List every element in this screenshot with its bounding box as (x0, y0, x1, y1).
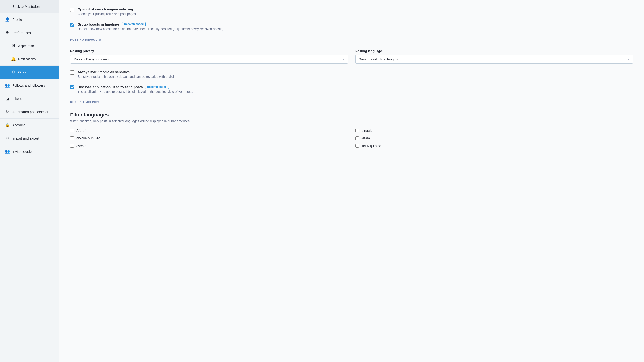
monitor-icon: 🖼 (11, 43, 16, 48)
download-icon: ♲ (5, 136, 10, 141)
language-label[interactable]: аҧсуа бызшəа (76, 136, 100, 140)
posting-defaults-grid: Posting privacy Public - Everyone can se… (70, 49, 633, 64)
back-icon: ‹ (5, 4, 10, 9)
group-boosts-title[interactable]: Group boosts in timelines Recommended (78, 22, 223, 26)
language-checkbox[interactable] (355, 136, 359, 140)
sidebar-item-follows[interactable]: 👥 Follows and followers (0, 79, 59, 92)
disclose-app-label-group: Disclose application used to send posts … (78, 85, 193, 93)
language-item: Afaraf (70, 127, 348, 134)
languages-grid: AfarafLingálaаҧсуа бызшəаພາສາavestalietu… (70, 127, 633, 149)
sidebar-follows-label: Follows and followers (12, 83, 45, 87)
sidebar-filters-label: Filters (12, 97, 22, 100)
group-boosts-badge: Recommended (122, 22, 146, 26)
language-item: Lingála (355, 127, 633, 134)
posting-language-label: Posting language (355, 49, 633, 53)
mark-sensitive-checkbox[interactable] (70, 70, 74, 74)
language-checkbox[interactable] (70, 136, 74, 140)
language-checkbox[interactable] (70, 129, 74, 132)
mark-sensitive-row: Always mark media as sensitive Sensitive… (70, 70, 633, 78)
filter-languages-title: Filter languages (70, 112, 633, 118)
mark-sensitive-title[interactable]: Always mark media as sensitive (78, 70, 175, 74)
disclose-app-title[interactable]: Disclose application used to send posts … (78, 85, 193, 89)
group-boosts-row: Group boosts in timelines Recommended Do… (70, 22, 633, 31)
sidebar-item-other[interactable]: ⚙ Other (0, 66, 59, 79)
posting-language-select[interactable]: Same as interface language (355, 55, 633, 64)
sidebar-item-appearance[interactable]: 🖼 Appearance (0, 39, 59, 52)
sidebar-item-notifications[interactable]: 🔔 Notifications (0, 52, 59, 66)
language-label[interactable]: avesta (76, 144, 86, 148)
language-item: ພາສາ (355, 135, 633, 141)
opt-out-title[interactable]: Opt-out of search engine indexing (78, 7, 136, 11)
invite-icon: 👥 (5, 149, 10, 154)
filter-languages-desc: When checked, only posts in selected lan… (70, 119, 633, 123)
public-timelines-header: PUBLIC TIMELINES (70, 101, 633, 106)
group-boosts-checkbox[interactable] (70, 22, 74, 27)
language-label[interactable]: ພາສາ (362, 136, 370, 140)
sidebar-item-invite[interactable]: 👥 Invite people (0, 145, 59, 158)
bell-icon: 🔔 (11, 56, 16, 61)
follows-icon: 👥 (5, 83, 10, 88)
lock-icon: 🔒 (5, 123, 10, 127)
language-checkbox[interactable] (355, 129, 359, 132)
language-checkbox[interactable] (70, 144, 74, 148)
other-gear-icon: ⚙ (11, 70, 16, 74)
mark-sensitive-label-group: Always mark media as sensitive Sensitive… (78, 70, 175, 78)
posting-privacy-select[interactable]: Public - Everyone can see (70, 55, 348, 64)
language-label[interactable]: Afaraf (76, 129, 86, 132)
sidebar-notifications-label: Notifications (18, 57, 36, 61)
language-item: lietuvių kalba (355, 143, 633, 149)
gear-icon: ⚙ (5, 30, 10, 35)
filter-languages-section: Filter languages When checked, only post… (70, 112, 633, 149)
sidebar-item-import-export[interactable]: ♲ Import and export (0, 132, 59, 145)
sidebar-item-automated[interactable]: ↻ Automated post deletion (0, 105, 59, 118)
opt-out-label-group: Opt-out of search engine indexing Affect… (78, 7, 136, 16)
disclose-app-desc: The application you use to post will be … (78, 90, 193, 93)
language-item: аҧсуа бызшəа (70, 135, 348, 141)
sidebar-item-preferences[interactable]: ⚙ Preferences (0, 26, 59, 39)
disclose-app-row: Disclose application used to send posts … (70, 85, 633, 93)
opt-out-row: Opt-out of search engine indexing Affect… (70, 7, 633, 16)
posting-language-group: Posting language Same as interface langu… (355, 49, 633, 64)
group-boosts-label-group: Group boosts in timelines Recommended Do… (78, 22, 223, 31)
sidebar-item-account[interactable]: 🔒 Account (0, 118, 59, 132)
profile-icon: 👤 (5, 17, 10, 22)
filter-icon: ◢ (5, 96, 10, 101)
refresh-icon: ↻ (5, 109, 10, 114)
sidebar-item-filters[interactable]: ◢ Filters (0, 92, 59, 105)
sidebar: ‹ Back to Mastodon 👤 Profile ⚙ Preferenc… (0, 0, 59, 362)
main-content: Opt-out of search engine indexing Affect… (59, 0, 644, 362)
language-label[interactable]: lietuvių kalba (362, 144, 381, 148)
language-item: avesta (70, 143, 348, 149)
sidebar-import-export-label: Import and export (12, 136, 39, 140)
opt-out-checkbox[interactable] (70, 8, 74, 12)
sidebar-back[interactable]: ‹ Back to Mastodon (0, 0, 59, 13)
mark-sensitive-desc: Sensitive media is hidden by default and… (78, 75, 175, 78)
sidebar-profile-label: Profile (12, 17, 22, 21)
language-checkbox[interactable] (355, 144, 359, 148)
sidebar-back-label: Back to Mastodon (12, 4, 40, 8)
posting-privacy-group: Posting privacy Public - Everyone can se… (70, 49, 348, 64)
sidebar-other-label: Other (18, 70, 26, 74)
posting-defaults-header: POSTING DEFAULTS (70, 38, 633, 44)
disclose-app-badge: Recommended (145, 85, 169, 89)
disclose-app-checkbox[interactable] (70, 85, 74, 89)
sidebar-item-profile[interactable]: 👤 Profile (0, 13, 59, 26)
sidebar-automated-label: Automated post deletion (12, 110, 49, 114)
opt-out-desc: Affects your public profile and post pag… (78, 12, 136, 16)
sidebar-account-label: Account (12, 123, 25, 127)
posting-privacy-label: Posting privacy (70, 49, 348, 53)
group-boosts-desc: Do not show new boosts for posts that ha… (78, 27, 223, 31)
sidebar-appearance-label: Appearance (18, 44, 36, 48)
sidebar-invite-label: Invite people (12, 150, 32, 153)
language-label[interactable]: Lingála (362, 129, 372, 132)
sidebar-preferences-label: Preferences (12, 31, 31, 35)
